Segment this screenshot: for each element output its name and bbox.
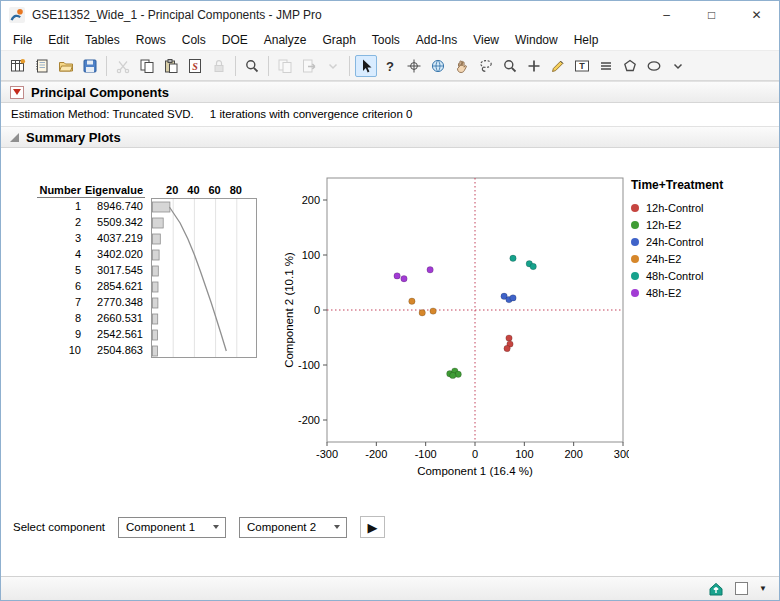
menu-edit[interactable]: Edit [40,33,77,47]
arrow-tool-icon[interactable] [355,55,377,77]
help-tool-icon[interactable]: ? [379,55,401,77]
grabber-tool-icon[interactable] [451,55,473,77]
paste-icon[interactable] [160,55,182,77]
principal-components-header: Principal Components [1,81,779,103]
menu-file[interactable]: File [5,33,40,47]
component-2-select[interactable]: Component 2 [239,517,347,538]
run-script-icon[interactable]: S [184,55,206,77]
maximize-button[interactable]: □ [689,1,734,29]
eigen-rows: 18946.74025509.34234037.21943402.0205301… [37,198,145,358]
red-triangle-menu-button[interactable] [10,86,24,99]
annotate-polygon-icon[interactable] [619,55,641,77]
save-icon[interactable] [79,55,101,77]
eigenvalue-pane: Number Eigenvalue 20406080 18946.7402550… [37,180,257,490]
menu-doe[interactable]: DOE [214,33,256,47]
eigen-header-row: Number Eigenvalue 20406080 [37,180,257,198]
minimize-button[interactable]: – [644,1,689,29]
apply-components-button[interactable]: ▶ [360,516,385,538]
scatter-point[interactable] [409,298,415,304]
scatter-point[interactable] [510,295,516,301]
scatter-point[interactable] [504,345,510,351]
toolbar-separator [268,56,269,76]
menu-cols[interactable]: Cols [174,33,214,47]
menu-analyze[interactable]: Analyze [256,33,315,47]
chevron-down-icon [213,525,219,529]
legend-label: 12h-E2 [646,219,681,231]
eigen-number: 8 [37,312,81,324]
scatter-point[interactable] [430,308,436,314]
eigen-value: 2504.863 [81,344,145,356]
legend-entry[interactable]: 12h-Control [631,199,763,216]
svg-text:-300: -300 [316,448,338,460]
legend-entry[interactable]: 48h-E2 [631,284,763,301]
eigen-col-number: Number [37,184,81,196]
menu-rows[interactable]: Rows [128,33,174,47]
scatter-point[interactable] [401,276,407,282]
scatter-point[interactable] [394,273,400,279]
toolbar-separator [106,56,107,76]
menu-help[interactable]: Help [566,33,607,47]
eigen-value: 2542.561 [81,328,145,340]
annotate-line-icon[interactable] [595,55,617,77]
eigen-column-headers: Number Eigenvalue [37,184,145,198]
select-component-label: Select component [13,521,105,533]
scatter-point[interactable] [427,267,433,273]
component-1-select[interactable]: Component 1 [118,517,226,538]
lasso-tool-icon[interactable] [475,55,497,77]
title-bar[interactable]: GSE11352_Wide_1 - Principal Components -… [1,1,779,29]
scatter-point[interactable] [530,263,536,269]
menu-tables[interactable]: Tables [77,33,128,47]
legend-entry[interactable]: 24h-E2 [631,250,763,267]
eigen-number: 2 [37,216,81,228]
eigen-number: 10 [37,344,81,356]
eigen-number: 5 [37,264,81,276]
eigen-value: 4037.219 [81,232,145,244]
eigen-value: 2854.621 [81,280,145,292]
summary-plots-content: Number Eigenvalue 20406080 18946.7402550… [1,148,779,490]
svg-text:200: 200 [564,448,582,460]
eigen-row: 82660.531 [37,310,145,326]
svg-text:Component 1 (16.4 %): Component 1 (16.4 %) [417,465,533,477]
menu-view[interactable]: View [465,33,507,47]
app-window: GSE11352_Wide_1 - Principal Components -… [0,0,780,601]
legend-entry[interactable]: 24h-Control [631,233,763,250]
menu-tools[interactable]: Tools [364,33,408,47]
jmp-app-icon [9,7,25,23]
eigen-row: 34037.219 [37,230,145,246]
menu-graph[interactable]: Graph [314,33,363,47]
scroller-tool-icon[interactable] [427,55,449,77]
magnifier-tool-icon[interactable] [499,55,521,77]
toolbar-separator [235,56,236,76]
score-plot-canvas[interactable]: -300-200-10001002003002001000-100-200Com… [279,170,629,486]
new-data-table-icon[interactable] [7,55,29,77]
close-button[interactable]: ✕ [734,1,779,29]
crosshairs-tool-icon[interactable] [403,55,425,77]
home-window-icon[interactable] [708,581,724,597]
color-swatch[interactable] [735,582,748,595]
menu-addins[interactable]: Add-Ins [408,33,465,47]
legend-entry[interactable]: 12h-E2 [631,216,763,233]
new-journal-icon[interactable] [31,55,53,77]
annotate-plus-icon[interactable] [523,55,545,77]
disclosure-wedge-icon[interactable] [10,133,19,142]
principal-components-title: Principal Components [31,85,169,100]
scatter-point[interactable] [510,255,516,261]
eigen-body: 18946.74025509.34234037.21943402.0205301… [37,198,257,358]
scatter-point[interactable] [506,335,512,341]
annotate-oval-icon[interactable] [643,55,665,77]
annotate-pencil-icon[interactable] [547,55,569,77]
scatter-point[interactable] [419,310,425,316]
toolbar-overflow-icon[interactable] [667,55,689,77]
scatter-point[interactable] [450,372,456,378]
legend-entry[interactable]: 48h-Control [631,267,763,284]
status-bar: ▼ [1,576,779,600]
open-icon[interactable] [55,55,77,77]
annotate-text-icon[interactable]: T [571,55,593,77]
eigen-value: 5509.342 [81,216,145,228]
status-menu-caret-icon[interactable]: ▼ [759,585,767,593]
svg-text:-100: -100 [298,359,320,371]
search-icon[interactable] [241,55,263,77]
svg-text:200: 200 [302,194,320,206]
menu-window[interactable]: Window [507,33,566,47]
copy-icon[interactable] [136,55,158,77]
